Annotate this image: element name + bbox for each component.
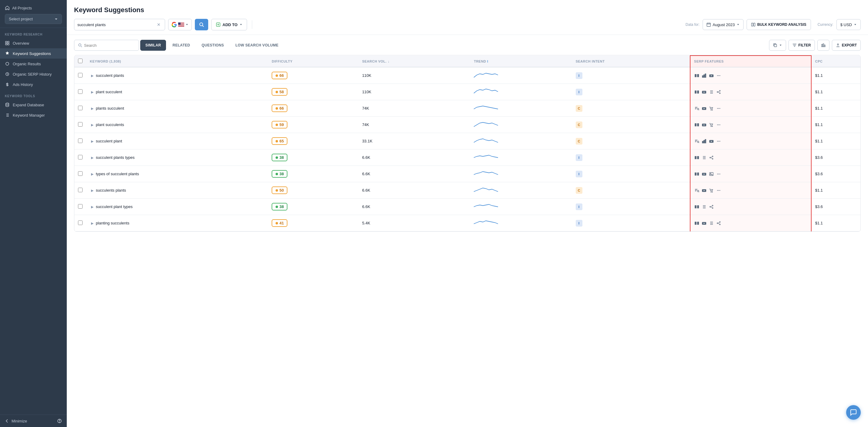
search-intent-cell: I [572, 166, 690, 182]
row-checkbox[interactable] [78, 89, 83, 94]
row-checkbox-cell[interactable] [74, 84, 86, 100]
sidebar-item-keyword-manager[interactable]: Keyword Manager [0, 110, 67, 120]
clear-search-button[interactable]: ✕ [156, 22, 162, 27]
svg-point-89 [717, 190, 718, 191]
keyword-cell: ▶ succulent plants [86, 67, 268, 84]
svg-point-42 [717, 91, 718, 92]
search-intent-cell: I [572, 67, 690, 84]
tab-related[interactable]: RELATED [167, 40, 195, 51]
expand-row-button[interactable]: ▶ [90, 221, 95, 225]
expand-row-button[interactable]: ▶ [90, 205, 95, 209]
keyword-search-input[interactable] [78, 23, 156, 27]
col-header-keyword: KEYWORD (1,938) [86, 56, 268, 67]
export-button[interactable]: EXPORT [832, 40, 861, 51]
difficulty-dot [276, 75, 278, 77]
row-checkbox-cell[interactable] [74, 149, 86, 166]
all-projects-link[interactable]: All Projects [5, 5, 62, 14]
tab-search-input[interactable] [84, 43, 135, 48]
sidebar-item-expand-database[interactable]: Expand Database [0, 99, 67, 110]
keyword-cell: ▶ succulent plant [86, 133, 268, 149]
engine-selector[interactable] [168, 19, 192, 30]
expand-row-button[interactable]: ▶ [90, 90, 95, 94]
difficulty-dot [276, 123, 278, 126]
row-checkbox[interactable] [78, 106, 83, 110]
cpc-cell: $1.1 [811, 67, 860, 84]
bulk-keyword-analysis-button[interactable]: BULK KEYWORD ANALYSIS [747, 19, 811, 30]
row-checkbox[interactable] [78, 122, 83, 126]
svg-point-90 [718, 190, 719, 191]
add-to-button[interactable]: ADD TO [211, 19, 247, 30]
sidebar-item-organic-results[interactable]: Organic Results [0, 59, 67, 69]
chat-button[interactable] [846, 405, 861, 420]
cpc-cell: $1.1 [811, 100, 860, 117]
expand-row-button[interactable]: ▶ [90, 172, 95, 176]
cart-icon [709, 188, 714, 193]
svg-rect-97 [695, 222, 696, 225]
arrow-left-icon [5, 419, 9, 423]
row-checkbox-cell[interactable] [74, 199, 86, 215]
row-checkbox-cell[interactable] [74, 182, 86, 199]
row-checkbox[interactable] [78, 139, 83, 143]
svg-point-88 [712, 192, 713, 192]
expand-row-button[interactable]: ▶ [90, 156, 95, 160]
row-checkbox-cell[interactable] [74, 67, 86, 84]
expand-row-button[interactable]: ▶ [90, 74, 95, 78]
sidebar-item-keyword-suggestions[interactable]: Keyword Suggestions [0, 48, 67, 59]
row-checkbox-cell[interactable] [74, 215, 86, 231]
filter-button[interactable]: FILTER [788, 40, 815, 51]
tab-questions[interactable]: QUESTIONS [196, 40, 229, 51]
expand-row-button[interactable]: ▶ [90, 189, 95, 193]
col-header-search-intent: SEARCH INTENT [572, 56, 690, 67]
expand-row-button[interactable]: ▶ [90, 107, 95, 111]
select-all-header[interactable] [74, 56, 86, 67]
image-icon [709, 171, 714, 177]
col-header-search-vol[interactable]: SEARCH VOL. ↓ [359, 56, 470, 67]
search-icon [78, 43, 82, 47]
minimize-label: Minimize [11, 419, 27, 423]
difficulty-dot [276, 173, 278, 175]
row-checkbox-cell[interactable] [74, 133, 86, 149]
difficulty-badge: 50 [272, 187, 287, 194]
table-row: ▶ types of succulent plants 38 6.6K I $3… [74, 166, 860, 182]
tab-bar: SIMILAR RELATED QUESTIONS LOW SEARCH VOL… [74, 40, 861, 51]
list-icon [709, 221, 714, 226]
search-button[interactable] [195, 19, 208, 30]
svg-point-83 [720, 173, 720, 174]
tab-similar[interactable]: SIMILAR [140, 40, 166, 51]
row-checkbox[interactable] [78, 155, 83, 160]
project-select[interactable]: Select project [5, 14, 62, 24]
expand-row-button[interactable]: ▶ [90, 123, 95, 127]
row-checkbox[interactable] [78, 188, 83, 192]
date-selector[interactable]: August 2023 [703, 19, 744, 30]
sidebar-item-overview[interactable]: Overview [0, 38, 67, 48]
view-toggle-button[interactable] [817, 40, 830, 51]
row-checkbox[interactable] [78, 221, 83, 225]
trend-cell [470, 84, 572, 100]
more-icon [716, 171, 721, 177]
svg-rect-37 [695, 90, 696, 93]
video-pack-icon [694, 221, 700, 226]
expand-row-button[interactable]: ▶ [90, 139, 95, 143]
search-intent-cell: C [572, 133, 690, 149]
select-all-checkbox[interactable] [78, 59, 83, 63]
tab-low-search-volume[interactable]: LOW SEARCH VOLUME [230, 40, 284, 51]
sidebar-item-ads-history[interactable]: Ads History [0, 79, 67, 90]
search-intent-cell: I [572, 215, 690, 231]
list-icon [5, 113, 10, 117]
minimize-button[interactable]: Minimize [5, 419, 27, 423]
serp-features-cell [690, 199, 811, 215]
row-checkbox[interactable] [78, 171, 83, 176]
row-checkbox-cell[interactable] [74, 117, 86, 133]
row-checkbox[interactable] [78, 204, 83, 209]
currency-selector[interactable]: $ USD [836, 19, 861, 30]
copy-button[interactable] [769, 40, 786, 51]
difficulty-cell: 58 [268, 84, 359, 100]
row-checkbox[interactable] [78, 73, 83, 78]
help-icon[interactable] [57, 419, 62, 423]
bulk-label: BULK KEYWORD ANALYSIS [757, 23, 806, 27]
svg-point-50 [718, 108, 719, 108]
row-checkbox-cell[interactable] [74, 166, 86, 182]
row-checkbox-cell[interactable] [74, 100, 86, 117]
sidebar-item-organic-serp-history[interactable]: Organic SERP History [0, 69, 67, 79]
trend-info-icon[interactable]: i [487, 60, 488, 63]
